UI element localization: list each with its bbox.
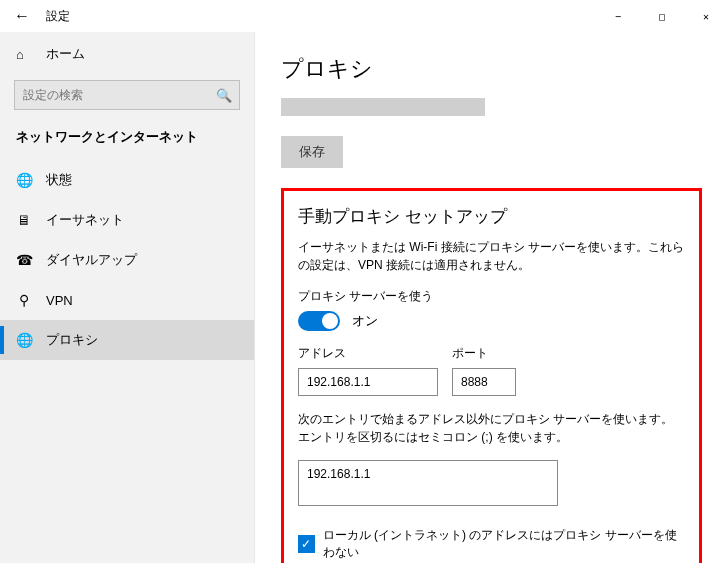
sidebar-item-label: プロキシ bbox=[46, 331, 98, 349]
toggle-state-label: オン bbox=[352, 312, 378, 330]
address-label: アドレス bbox=[298, 345, 438, 362]
close-button[interactable]: ✕ bbox=[684, 0, 728, 32]
address-input[interactable] bbox=[298, 368, 438, 396]
arrow-left-icon: ← bbox=[14, 7, 30, 25]
save-button-top[interactable]: 保存 bbox=[281, 136, 343, 168]
globe-icon: 🌐 bbox=[16, 172, 32, 188]
search-icon: 🔍 bbox=[216, 88, 232, 103]
content: プロキシ 保存 手動プロキシ セットアップ イーサネットまたは Wi-Fi 接続… bbox=[255, 32, 728, 563]
minimize-icon: − bbox=[615, 11, 621, 22]
proxy-icon: 🌐 bbox=[16, 332, 32, 348]
section-heading: 手動プロキシ セットアップ bbox=[298, 205, 685, 228]
sidebar-item-vpn[interactable]: ⚲ VPN bbox=[0, 280, 254, 320]
titlebar: ← 設定 − □ ✕ bbox=[0, 0, 728, 32]
home-button[interactable]: ⌂ ホーム bbox=[0, 36, 254, 72]
close-icon: ✕ bbox=[703, 11, 709, 22]
search-input[interactable] bbox=[14, 80, 240, 110]
page-title: プロキシ bbox=[281, 54, 702, 84]
maximize-icon: □ bbox=[659, 11, 665, 22]
use-proxy-label: プロキシ サーバーを使う bbox=[298, 288, 685, 305]
manual-proxy-section: 手動プロキシ セットアップ イーサネットまたは Wi-Fi 接続にプロキシ サー… bbox=[281, 188, 702, 563]
sidebar-item-dialup[interactable]: ☎ ダイヤルアップ bbox=[0, 240, 254, 280]
maximize-button[interactable]: □ bbox=[640, 0, 684, 32]
local-bypass-label: ローカル (イントラネット) のアドレスにはプロキシ サーバーを使わない bbox=[323, 527, 685, 561]
sidebar-item-label: 状態 bbox=[46, 171, 72, 189]
minimize-button[interactable]: − bbox=[596, 0, 640, 32]
sidebar-item-label: ダイヤルアップ bbox=[46, 251, 137, 269]
sidebar-item-label: イーサネット bbox=[46, 211, 124, 229]
exceptions-label: 次のエントリで始まるアドレス以外にプロキシ サーバーを使います。エントリを区切る… bbox=[298, 410, 685, 446]
local-bypass-checkbox[interactable]: ✓ bbox=[298, 535, 315, 553]
toggle-knob bbox=[322, 313, 338, 329]
placeholder-bar bbox=[281, 98, 485, 116]
sidebar-item-status[interactable]: 🌐 状態 bbox=[0, 160, 254, 200]
use-proxy-toggle[interactable] bbox=[298, 311, 340, 331]
check-icon: ✓ bbox=[301, 537, 311, 551]
sidebar-item-label: VPN bbox=[46, 293, 73, 308]
port-input[interactable] bbox=[452, 368, 516, 396]
home-icon: ⌂ bbox=[16, 47, 32, 62]
dialup-icon: ☎ bbox=[16, 252, 32, 268]
exceptions-input[interactable] bbox=[298, 460, 558, 506]
vpn-icon: ⚲ bbox=[16, 292, 32, 308]
port-label: ポート bbox=[452, 345, 516, 362]
category-title: ネットワークとインターネット bbox=[0, 120, 254, 160]
section-description: イーサネットまたは Wi-Fi 接続にプロキシ サーバーを使います。これらの設定… bbox=[298, 238, 685, 274]
sidebar-item-ethernet[interactable]: 🖥 イーサネット bbox=[0, 200, 254, 240]
back-button[interactable]: ← bbox=[8, 2, 36, 30]
sidebar-item-proxy[interactable]: 🌐 プロキシ bbox=[0, 320, 254, 360]
window-title: 設定 bbox=[46, 8, 70, 25]
home-label: ホーム bbox=[46, 45, 85, 63]
sidebar: ⌂ ホーム 🔍 ネットワークとインターネット 🌐 状態 🖥 イーサネット ☎ bbox=[0, 32, 255, 563]
ethernet-icon: 🖥 bbox=[16, 212, 32, 228]
